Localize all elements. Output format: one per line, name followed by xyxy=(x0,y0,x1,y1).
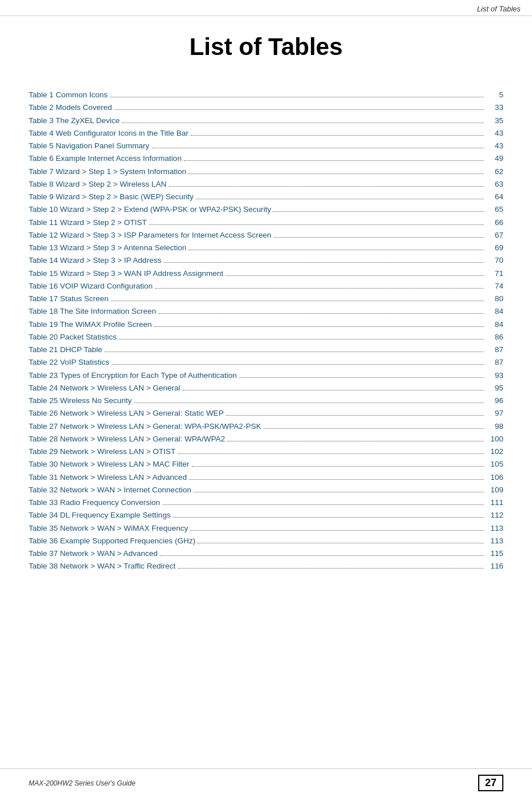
toc-dots xyxy=(273,211,484,212)
toc-dots xyxy=(226,415,484,416)
toc-label: Table 34 DL Frequency Example Settings xyxy=(29,510,171,521)
toc-item: Table 34 DL Frequency Example Settings11… xyxy=(29,510,503,521)
toc-item: Table 33 Radio Frequency Conversion111 xyxy=(29,497,503,508)
toc-item: Table 3 The ZyXEL Device35 xyxy=(29,115,503,127)
toc-label: Table 7 Wizard > Step 1 > System Informa… xyxy=(29,166,186,177)
toc-item: Table 2 Models Covered33 xyxy=(29,102,503,113)
toc-item: Table 18 The Site Information Screen84 xyxy=(29,306,503,317)
toc-dots xyxy=(263,428,484,429)
page-container: List of Tables List of Tables Table 1 Co… xyxy=(0,0,532,797)
toc-item: Table 8 Wizard > Step 2 > Wireless LAN63 xyxy=(29,179,503,190)
toc-label: Table 13 Wizard > Step 3 > Antenna Selec… xyxy=(29,242,186,254)
toc-label: Table 33 Radio Frequency Conversion xyxy=(29,497,160,508)
toc-label: Table 16 VOIP Wizard Configuration xyxy=(29,281,153,292)
toc-page: 102 xyxy=(486,446,503,457)
toc-label: Table 23 Types of Encryption for Each Ty… xyxy=(29,370,237,381)
toc-item: Table 26 Network > Wireless LAN > Genera… xyxy=(29,408,503,419)
header-title: List of Tables xyxy=(477,5,521,13)
toc-label: Table 32 Network > WAN > Internet Connec… xyxy=(29,484,191,496)
toc-item: Table 7 Wizard > Step 1 > System Informa… xyxy=(29,166,503,177)
toc-label: Table 35 Network > WAN > WiMAX Frequency xyxy=(29,523,188,534)
toc-item: Table 10 Wizard > Step 2 > Extend (WPA-P… xyxy=(29,204,503,215)
toc-page: 100 xyxy=(486,433,503,445)
toc-label: Table 3 The ZyXEL Device xyxy=(29,115,120,127)
toc-item: Table 16 VOIP Wizard Configuration74 xyxy=(29,281,503,292)
toc-dots xyxy=(178,568,484,569)
toc-dots xyxy=(169,186,484,187)
toc-label: Table 29 Network > Wireless LAN > OTIST xyxy=(29,446,176,457)
toc-dots xyxy=(160,555,484,556)
toc-page: 95 xyxy=(486,382,503,394)
toc-page: 62 xyxy=(486,166,503,177)
toc-label: Table 27 Network > Wireless LAN > Genera… xyxy=(29,421,261,432)
toc-page: 43 xyxy=(486,140,503,152)
toc-page: 112 xyxy=(486,510,503,521)
toc-page: 87 xyxy=(486,344,503,356)
toc-page: 35 xyxy=(486,115,503,127)
toc-label: Table 17 Status Screen xyxy=(29,293,109,305)
footer-left-text: MAX-200HW2 Series User's Guide xyxy=(29,779,135,787)
toc-page: 96 xyxy=(486,395,503,407)
toc-label: Table 14 Wizard > Step 3 > IP Address xyxy=(29,255,161,266)
toc-page: 109 xyxy=(486,484,503,496)
toc-label: Table 2 Models Covered xyxy=(29,102,112,113)
toc-label: Table 30 Network > Wireless LAN > MAC Fi… xyxy=(29,459,190,470)
toc-label: Table 28 Network > Wireless LAN > Genera… xyxy=(29,433,225,445)
footer-page-number: 27 xyxy=(478,775,503,791)
toc-dots xyxy=(183,390,484,390)
toc-page: 63 xyxy=(486,179,503,190)
toc-page: 97 xyxy=(486,408,503,419)
toc-label: Table 20 Packet Statistics xyxy=(29,332,117,343)
toc-page: 80 xyxy=(486,293,503,305)
toc-item: Table 1 Common Icons5 xyxy=(29,89,503,101)
toc-label: Table 8 Wizard > Step 2 > Wireless LAN xyxy=(29,179,167,190)
toc-dots xyxy=(122,123,484,123)
toc-dots xyxy=(154,326,484,327)
toc-item: Table 14 Wizard > Step 3 > IP Address70 xyxy=(29,255,503,266)
toc-dots xyxy=(134,403,484,403)
toc-dots xyxy=(192,466,484,467)
toc-dots xyxy=(194,492,484,492)
toc-page: 106 xyxy=(486,472,503,483)
toc-dots xyxy=(184,160,484,161)
toc-page: 64 xyxy=(486,191,503,203)
toc-item: Table 17 Status Screen80 xyxy=(29,293,503,305)
toc-item: Table 5 Navigation Panel Summary43 xyxy=(29,140,503,152)
toc-label: Table 1 Common Icons xyxy=(29,89,108,101)
toc-label: Table 26 Network > Wireless LAN > Genera… xyxy=(29,408,224,419)
toc-item: Table 35 Network > WAN > WiMAX Frequency… xyxy=(29,523,503,534)
toc-page: 93 xyxy=(486,370,503,381)
toc-page: 69 xyxy=(486,242,503,254)
toc-label: Table 31 Network > Wireless LAN > Advanc… xyxy=(29,472,187,483)
toc-label: Table 9 Wizard > Step 2 > Basic (WEP) Se… xyxy=(29,191,194,203)
toc-item: Table 15 Wizard > Step 3 > WAN IP Addres… xyxy=(29,268,503,279)
toc-dots xyxy=(105,352,484,352)
toc-item: Table 37 Network > WAN > Advanced115 xyxy=(29,548,503,559)
toc-page: 98 xyxy=(486,421,503,432)
toc-page: 84 xyxy=(486,319,503,330)
toc-dots xyxy=(191,530,484,531)
toc-item: Table 12 Wizard > Step 3 > ISP Parameter… xyxy=(29,230,503,241)
toc-page: 116 xyxy=(486,561,503,572)
toc-dots xyxy=(191,135,484,136)
toc-label: Table 18 The Site Information Screen xyxy=(29,306,156,317)
toc-page: 71 xyxy=(486,268,503,279)
page-heading: List of Tables xyxy=(29,33,503,61)
toc-label: Table 10 Wizard > Step 2 > Extend (WPA-P… xyxy=(29,204,271,215)
toc-dots xyxy=(189,479,484,480)
toc-page: 5 xyxy=(486,89,503,101)
toc-page: 84 xyxy=(486,306,503,317)
toc-item: Table 31 Network > Wireless LAN > Advanc… xyxy=(29,472,503,483)
toc-label: Table 38 Network > WAN > Traffic Redirec… xyxy=(29,561,176,572)
toc-item: Table 25 Wireless No Security96 xyxy=(29,395,503,407)
toc-dots xyxy=(188,173,484,174)
toc-label: Table 36 Example Supported Frequencies (… xyxy=(29,535,195,547)
toc-item: Table 23 Types of Encryption for Each Ty… xyxy=(29,370,503,381)
toc-item: Table 28 Network > Wireless LAN > Genera… xyxy=(29,433,503,445)
toc-label: Table 11 Wizard > Step 2 > OTIST xyxy=(29,217,147,228)
toc-page: 65 xyxy=(486,204,503,215)
toc-item: Table 20 Packet Statistics86 xyxy=(29,332,503,343)
toc-page: 113 xyxy=(486,535,503,547)
toc-dots xyxy=(163,504,484,505)
toc-dots xyxy=(112,364,484,365)
